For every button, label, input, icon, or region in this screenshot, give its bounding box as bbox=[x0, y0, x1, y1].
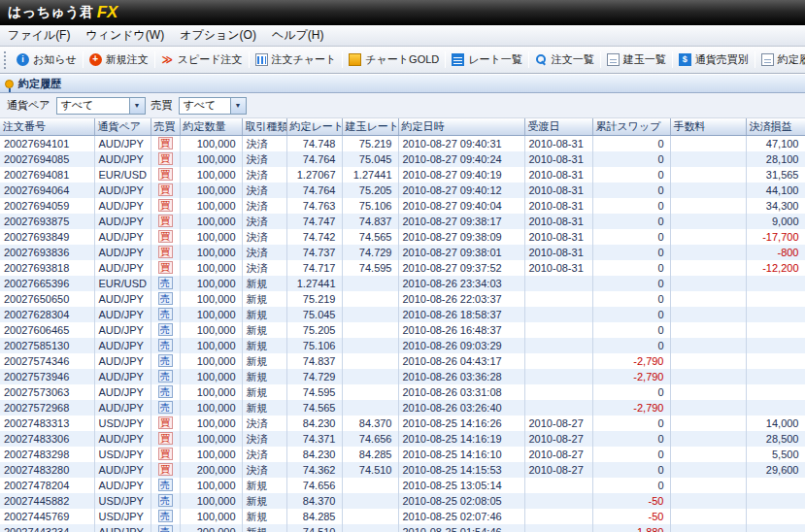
delivery-date-cell: 2010-08-27 bbox=[524, 462, 592, 478]
swap-cell: -50 bbox=[592, 493, 670, 509]
currency-pairs-icon bbox=[679, 53, 691, 66]
table-row[interactable]: 20027628304AUD/JPY売100,000新規75.0452010-0… bbox=[0, 307, 805, 322]
sell-badge: 売 bbox=[158, 339, 173, 351]
pl-cell: 5,500 bbox=[746, 447, 805, 462]
col-header-fee[interactable]: 手数料 bbox=[670, 118, 746, 135]
qty-cell: 100,000 bbox=[180, 229, 242, 245]
swap-cell: -1,880 bbox=[592, 524, 670, 532]
table-row[interactable]: 20027573946AUD/JPY売100,000新規74.7292010-0… bbox=[0, 369, 805, 384]
side-cell: 売 bbox=[151, 400, 180, 416]
table-row[interactable]: 20027445769USD/JPY売100,000新規84.2852010-0… bbox=[0, 509, 805, 524]
col-header-type[interactable]: 取引種類 bbox=[242, 118, 286, 135]
table-row[interactable]: 20027478204AUD/JPY売100,000新規74.6562010-0… bbox=[0, 478, 805, 493]
side-select[interactable]: すべて ▼ bbox=[179, 97, 247, 115]
menu-item-file[interactable]: ファイル(F) bbox=[0, 25, 78, 46]
toolbar: お知らせ新規注文スピード注文注文チャートチャートGOLDレート一覧注文一覧建玉一… bbox=[0, 47, 805, 74]
toolbar-item-chart-gold[interactable]: チャートGOLD bbox=[344, 49, 444, 72]
exec-rate-cell: 74.748 bbox=[286, 135, 342, 151]
table-row[interactable]: 20027693875AUD/JPY買100,000決済74.74774.837… bbox=[0, 214, 805, 229]
col-header-qty[interactable]: 約定数量 bbox=[180, 118, 242, 135]
table-row[interactable]: 20027694064AUD/JPY買100,000決済74.76475.205… bbox=[0, 183, 805, 198]
col-header-pair[interactable]: 通貨ペア bbox=[94, 118, 151, 135]
exec-rate-cell: 74.362 bbox=[286, 462, 342, 478]
exec-time-cell: 2010-08-25 02:08:05 bbox=[398, 493, 524, 509]
col-header-exec-time[interactable]: 約定日時 bbox=[398, 118, 524, 135]
chevron-down-icon[interactable]: ▼ bbox=[129, 98, 145, 114]
table-row[interactable]: 20027574346AUD/JPY売100,000新規74.8372010-0… bbox=[0, 353, 805, 369]
toolbar-item-order-list[interactable]: 注文一覧 bbox=[530, 49, 599, 72]
order-no-cell: 20027694101 bbox=[0, 135, 94, 151]
fee-cell bbox=[670, 151, 746, 167]
buy-badge: 買 bbox=[158, 463, 173, 476]
fee-cell bbox=[670, 214, 746, 229]
toolbar-item-currency-pairs[interactable]: 通貨売買別 bbox=[674, 49, 754, 72]
buy-badge: 買 bbox=[158, 215, 173, 227]
table-row[interactable]: 20027693836AUD/JPY買100,000決済74.73774.729… bbox=[0, 245, 805, 260]
exec-time-cell: 2010-08-26 23:34:03 bbox=[398, 276, 524, 291]
exec-time-cell: 2010-08-25 14:15:53 bbox=[398, 462, 524, 478]
order-no-cell: 20027573063 bbox=[0, 384, 94, 400]
currency-pair-select[interactable]: すべて ▼ bbox=[56, 97, 146, 115]
side-cell: 買 bbox=[151, 416, 180, 431]
toolbar-grip[interactable] bbox=[4, 51, 8, 69]
exec-rate-cell: 75.106 bbox=[286, 338, 342, 353]
pl-cell: 44,100 bbox=[746, 183, 805, 198]
exec-time-cell: 2010-08-27 09:40:04 bbox=[398, 198, 524, 214]
table-row[interactable]: 20027694059AUD/JPY買100,000決済74.76375.106… bbox=[0, 198, 805, 214]
table-row[interactable]: 20027693849AUD/JPY買100,000決済74.74274.565… bbox=[0, 229, 805, 245]
titlebar: はっちゅう君 FX bbox=[0, 0, 805, 25]
side-cell: 買 bbox=[151, 431, 180, 447]
open-rate-cell: 74.595 bbox=[342, 260, 398, 276]
table-row[interactable]: 20027445882USD/JPY売100,000新規84.3702010-0… bbox=[0, 493, 805, 509]
table-row[interactable]: 20027650650AUD/JPY売100,000新規75.2192010-0… bbox=[0, 291, 805, 307]
menu-item-help[interactable]: ヘルプ(H) bbox=[264, 25, 332, 46]
toolbar-item-label: お知らせ bbox=[33, 52, 77, 67]
table-row[interactable]: 20027694081EUR/USD買100,000決済1.270671.274… bbox=[0, 167, 805, 183]
pl-cell: -12,200 bbox=[746, 260, 805, 276]
table-row[interactable]: 20027572968AUD/JPY売100,000新規74.5652010-0… bbox=[0, 400, 805, 416]
table-row[interactable]: 20027573063AUD/JPY売100,000新規74.5952010-0… bbox=[0, 384, 805, 400]
toolbar-item-rate-list[interactable]: レート一覧 bbox=[447, 49, 527, 72]
table-row[interactable]: 20027606465AUD/JPY売100,000新規75.2052010-0… bbox=[0, 322, 805, 338]
table-row[interactable]: 20027483280AUD/JPY買200,000決済74.36274.510… bbox=[0, 462, 805, 478]
table-row[interactable]: 20027443234AUD/JPY売200,000新規74.5102010-0… bbox=[0, 524, 805, 532]
toolbar-item-order-chart[interactable]: 注文チャート bbox=[251, 49, 342, 72]
col-header-delivery-date[interactable]: 受渡日 bbox=[524, 118, 592, 135]
delivery-date-cell: 2010-08-31 bbox=[524, 151, 592, 167]
open-rate-cell bbox=[342, 478, 398, 493]
table-row[interactable]: 20027483313USD/JPY買100,000決済84.23084.370… bbox=[0, 416, 805, 431]
side-cell: 売 bbox=[151, 509, 180, 524]
toolbar-item-label: レート一覧 bbox=[468, 52, 522, 67]
chevron-down-icon[interactable]: ▼ bbox=[230, 98, 246, 114]
order-chart-icon bbox=[255, 53, 268, 66]
toolbar-item-new-order[interactable]: 新規注文 bbox=[84, 49, 153, 72]
qty-cell: 100,000 bbox=[180, 322, 242, 338]
col-header-order-no[interactable]: 注文番号 bbox=[0, 118, 94, 135]
table-row[interactable]: 20027665396EUR/USD売100,000新規1.274412010-… bbox=[0, 276, 805, 291]
swap-cell: 0 bbox=[592, 384, 670, 400]
col-header-open-rate[interactable]: 建玉レート bbox=[342, 118, 398, 135]
table-row[interactable]: 20027483298USD/JPY買100,000決済84.23084.285… bbox=[0, 447, 805, 462]
exec-rate-cell: 74.565 bbox=[286, 400, 342, 416]
type-cell: 新規 bbox=[242, 384, 286, 400]
fee-cell bbox=[670, 338, 746, 353]
table-row[interactable]: 20027694085AUD/JPY買100,000決済74.76475.045… bbox=[0, 151, 805, 167]
table-row[interactable]: 20027693818AUD/JPY買100,000決済74.71774.595… bbox=[0, 260, 805, 276]
toolbar-item-speed-order[interactable]: スピード注文 bbox=[156, 49, 248, 72]
toolbar-item-position-list[interactable]: 建玉一覧 bbox=[602, 49, 671, 72]
menu-item-option[interactable]: オプション(O) bbox=[172, 25, 264, 46]
table-row[interactable]: 20027585130AUD/JPY売100,000新規75.1062010-0… bbox=[0, 338, 805, 353]
menu-item-window[interactable]: ウィンドウ(W) bbox=[78, 25, 172, 46]
section-title: 約定履歴 bbox=[18, 77, 61, 91]
exec-rate-cell: 84.370 bbox=[286, 493, 342, 509]
toolbar-item-execution-history[interactable]: 約定履歴 bbox=[756, 49, 805, 72]
col-header-exec-rate[interactable]: 約定レート bbox=[286, 118, 342, 135]
toolbar-item-info[interactable]: お知らせ bbox=[12, 49, 82, 72]
table-row[interactable]: 20027694101AUD/JPY買100,000決済74.74875.219… bbox=[0, 135, 805, 151]
col-header-pl[interactable]: 決済損益 bbox=[746, 118, 805, 135]
pl-cell bbox=[746, 353, 805, 369]
exec-rate-cell: 74.764 bbox=[286, 183, 342, 198]
col-header-side[interactable]: 売買 bbox=[151, 118, 180, 135]
col-header-swap[interactable]: 累計スワップ bbox=[592, 118, 670, 135]
table-row[interactable]: 20027483306AUD/JPY買100,000決済74.37174.656… bbox=[0, 431, 805, 447]
